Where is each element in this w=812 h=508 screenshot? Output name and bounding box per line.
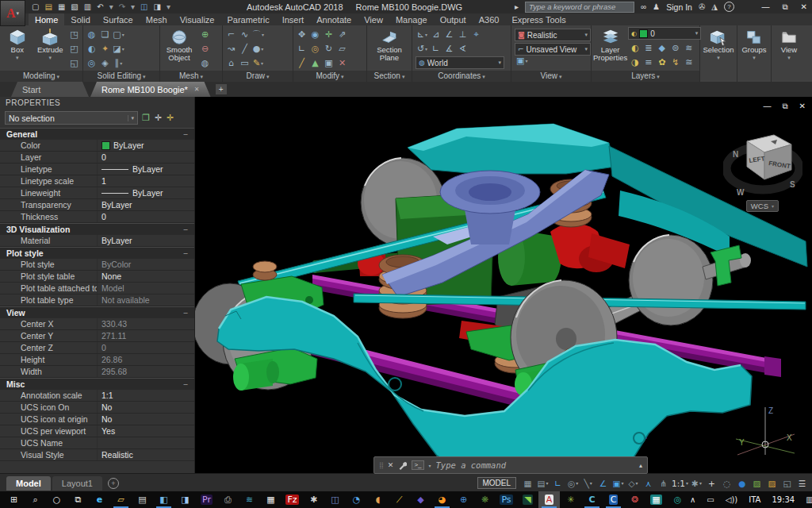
search[interactable]: ⌕ <box>25 491 46 508</box>
snap-mode[interactable]: ▤ <box>536 476 550 490</box>
key-tool[interactable]: ⟋ <box>389 491 410 508</box>
command-expand-icon[interactable]: ▴ <box>639 462 642 469</box>
task-view[interactable]: ⧉ <box>67 491 89 508</box>
model-tab[interactable]: Model <box>6 476 51 491</box>
box-button[interactable]: Box▾ <box>2 27 33 62</box>
property-row[interactable]: Width 295.68 <box>0 366 194 378</box>
selection-type-dropdown[interactable]: No selection▾ <box>5 111 138 125</box>
ribbon-icon[interactable]: ▣ <box>324 59 332 67</box>
property-row[interactable]: UCS per viewport Yes <box>0 425 194 437</box>
ribbon-tab[interactable]: Insert <box>276 13 311 25</box>
panel-label-solid-editing[interactable]: Solid Editing <box>83 71 159 82</box>
polar-tracking[interactable]: ◎ <box>566 476 580 490</box>
printer[interactable]: ⎙ <box>217 491 239 508</box>
ortho-mode[interactable]: ∟ <box>551 476 565 490</box>
player-app[interactable]: ◔ <box>346 491 367 508</box>
panel-label-modify[interactable]: Modify <box>293 71 366 82</box>
ribbon-icon[interactable]: ◱ <box>70 59 78 67</box>
clock[interactable]: 19:34 <box>770 495 796 505</box>
ribbon-tab[interactable]: Visualize <box>174 13 221 25</box>
viewport-close-button[interactable]: ✕ <box>799 102 806 111</box>
capture-c[interactable]: C <box>603 491 624 508</box>
ribbon-icon[interactable]: ↯ <box>672 58 679 67</box>
groups-button[interactable]: Groups▾ <box>739 27 769 62</box>
notifications[interactable]: ▥ <box>804 495 812 505</box>
panel-label-view[interactable]: View <box>511 71 591 82</box>
property-row[interactable]: Plot style table None <box>0 271 194 283</box>
section-header-view[interactable]: View <box>0 306 194 318</box>
photoshop[interactable]: Ps <box>496 491 517 508</box>
properties-palette[interactable]: ◨ <box>154 2 161 11</box>
collapse-icon[interactable] <box>183 129 188 139</box>
redo-drop[interactable]: ▾ <box>131 2 135 11</box>
autodesk-app[interactable]: ◥ <box>517 491 538 508</box>
save[interactable]: ▦ <box>58 2 65 11</box>
ribbon-icon[interactable]: ⊾ <box>417 30 427 39</box>
ribbon-icon[interactable]: ∟ <box>298 44 305 53</box>
panel-label-section[interactable]: Section <box>367 71 412 82</box>
viewport-minimize-button[interactable]: — <box>763 102 771 111</box>
section-header-general[interactable]: General <box>0 128 194 140</box>
property-row[interactable]: Color ByLayer <box>0 140 194 152</box>
property-row[interactable]: Plot table attached to Model <box>0 283 194 294</box>
recent-commands-icon[interactable]: ▾ <box>429 463 431 468</box>
tray-expand[interactable]: ∧ <box>688 495 697 505</box>
ribbon-tab[interactable]: Express Tools <box>505 13 572 25</box>
autocad[interactable]: A <box>538 491 560 508</box>
file-tab-start[interactable]: Start <box>11 82 89 97</box>
paint-app[interactable]: ◖ <box>367 491 389 508</box>
ribbon-icon[interactable]: ≡ <box>645 58 652 67</box>
toggle-pickadd-icon[interactable]: ❐ <box>142 113 150 123</box>
new-file[interactable]: ▢ <box>32 2 39 11</box>
collapse-icon[interactable] <box>183 225 188 234</box>
property-row[interactable]: UCS Name <box>0 437 194 449</box>
ribbon-icon[interactable]: ✎ <box>253 59 263 67</box>
ribbon-icon[interactable]: ⊖ <box>201 44 209 53</box>
command-grip[interactable]: ⣿ <box>379 462 383 469</box>
ribbon-icon[interactable]: ⌐ <box>228 30 235 39</box>
ribbon-icon[interactable]: ◰ <box>70 44 78 53</box>
select-objects-icon[interactable]: ✛ <box>155 113 162 123</box>
ribbon-icon[interactable]: ▲ <box>312 59 318 67</box>
command-close-icon[interactable]: ✕ <box>388 461 394 469</box>
ribbon-icon[interactable]: ▱ <box>339 44 345 53</box>
ribbon-icon[interactable]: ⊜ <box>672 44 679 52</box>
media-app[interactable]: ▤ <box>132 491 153 508</box>
premiere[interactable]: Pr <box>196 491 217 508</box>
edge[interactable]: e <box>89 491 110 508</box>
3d-object-snap[interactable]: ◇ <box>626 476 640 490</box>
panel-label-layers[interactable]: Layers <box>592 71 699 82</box>
section-plane-button[interactable]: Section Plane <box>370 27 409 62</box>
command-input[interactable]: Type a command <box>436 460 507 470</box>
close-tab-icon[interactable] <box>194 86 200 93</box>
property-row[interactable]: Plot style ByColor <box>0 259 194 271</box>
ribbon-icon[interactable]: ✿ <box>658 58 665 67</box>
ribbon-icon[interactable]: ≊ <box>685 58 692 67</box>
qat-customize[interactable]: ▾ <box>167 2 170 11</box>
redo[interactable]: ↷ <box>119 2 125 11</box>
ribbon-tab[interactable]: Manage <box>389 13 434 25</box>
cortana[interactable]: ○ <box>46 491 67 508</box>
ribbon-icon[interactable]: ✕ <box>339 59 346 67</box>
ribbon-tab[interactable]: Solid <box>64 13 96 25</box>
property-row[interactable]: Material ByLayer <box>0 235 194 247</box>
network[interactable]: ▭ <box>705 495 715 505</box>
brake-cylinder-right[interactable] <box>550 224 630 273</box>
collapse-icon[interactable] <box>183 379 188 389</box>
wrench-icon[interactable] <box>398 461 407 470</box>
restore-button[interactable]: ⧉ <box>782 2 787 12</box>
collapse-icon[interactable] <box>183 308 188 318</box>
fl-studio[interactable]: ▦ <box>645 491 667 508</box>
ribbon-icon[interactable]: ⌒ <box>252 30 264 39</box>
ribbon-icon[interactable]: ⌖ <box>473 30 478 39</box>
ribbon-tab[interactable]: Parametric <box>220 13 275 25</box>
ribbon-tab[interactable]: Home <box>29 13 64 25</box>
file-tab-document[interactable]: Rome MB100 Boogie* <box>90 82 211 97</box>
property-row[interactable]: Thickness 0 <box>0 211 194 223</box>
section-header-3d-visualization[interactable]: 3D Visualization <box>0 223 194 235</box>
property-row[interactable]: Transparency ByLayer <box>0 199 194 211</box>
ribbon-tab[interactable]: Surface <box>97 13 140 25</box>
wheel-rear-right[interactable] <box>629 235 713 325</box>
ribbon-tab[interactable]: Output <box>434 13 473 25</box>
annotation-scale[interactable]: 1:1 <box>672 476 688 490</box>
